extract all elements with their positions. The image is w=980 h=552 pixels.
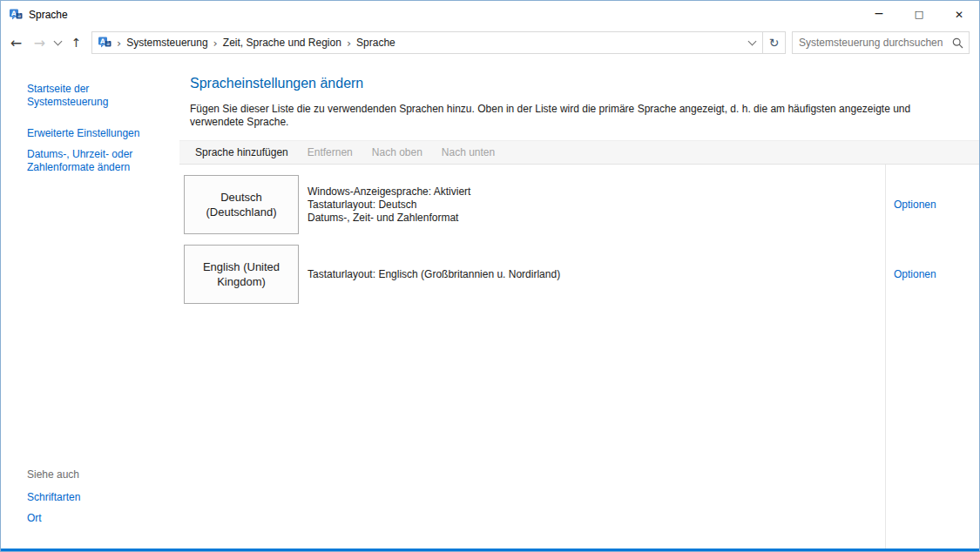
svg-text:A: A xyxy=(11,9,17,17)
language-details-english: Tastaturlayout: Englisch (Großbritannien… xyxy=(308,245,886,304)
options-column-divider xyxy=(885,165,886,551)
chevron-right-icon: › xyxy=(208,37,223,50)
detail-line: Tastaturlayout: Englisch (Großbritannien… xyxy=(308,268,886,281)
svg-text:A: A xyxy=(100,37,105,45)
sidebar: Startseite der Systemsteuerung Erweitert… xyxy=(1,60,179,551)
language-row-english: English (United Kingdom) Tastaturlayout:… xyxy=(184,245,979,304)
sidebar-link-change-formats[interactable]: Datums-, Uhrzeit- oder Zahlenformate änd… xyxy=(27,148,168,174)
chevron-down-icon xyxy=(747,37,756,45)
language-toolbar: Sprache hinzufügen Entfernen Nach oben N… xyxy=(179,140,979,165)
see-also-section: Siehe auch Schriftarten Ort xyxy=(27,468,172,533)
close-button[interactable]: ✕ xyxy=(939,1,979,28)
minimize-button[interactable]: − xyxy=(859,1,899,28)
refresh-icon: ↻ xyxy=(769,36,780,50)
title-bar[interactable]: A ä Sprache − □ ✕ xyxy=(1,1,979,28)
up-icon: ↑ xyxy=(71,36,82,50)
svg-text:ä: ä xyxy=(106,40,110,46)
language-list: Deutsch (Deutschland) Windows-Anzeigespr… xyxy=(179,165,979,551)
options-cell: Optionen xyxy=(886,175,979,234)
detail-line: Datums-, Zeit- und Zahlenformat xyxy=(308,212,886,225)
breadcrumb-item-zeit-sprache-region[interactable]: Zeit, Sprache und Region xyxy=(223,37,341,49)
sidebar-link-control-panel-home[interactable]: Startseite der Systemsteuerung xyxy=(27,83,168,109)
recent-locations-button[interactable] xyxy=(51,31,64,54)
language-details-deutsch: Windows-Anzeigesprache: Aktiviert Tastat… xyxy=(308,175,886,234)
sidebar-link-fonts[interactable]: Schriftarten xyxy=(27,491,168,504)
window-accent-border xyxy=(1,549,979,551)
language-tile-english[interactable]: English (United Kingdom) xyxy=(184,245,299,304)
language-tile-deutsch[interactable]: Deutsch (Deutschland) xyxy=(184,175,299,234)
svg-text:ä: ä xyxy=(17,12,21,18)
main-panel: Spracheinstellungen ändern Fügen Sie die… xyxy=(179,60,979,551)
options-cell: Optionen xyxy=(886,245,979,304)
back-icon: ← xyxy=(10,35,22,51)
add-language-button[interactable]: Sprache hinzufügen xyxy=(186,146,298,158)
sidebar-link-advanced-settings[interactable]: Erweiterte Einstellungen xyxy=(27,127,168,140)
breadcrumb[interactable]: A ä › Systemsteuerung › Zeit, Sprache un… xyxy=(91,31,763,54)
content-area: Startseite der Systemsteuerung Erweitert… xyxy=(1,60,979,551)
search-icon[interactable] xyxy=(946,32,969,53)
refresh-button[interactable]: ↻ xyxy=(763,31,786,54)
window-title: Sprache xyxy=(29,9,68,21)
language-row-deutsch: Deutsch (Deutschland) Windows-Anzeigespr… xyxy=(184,175,979,234)
main-header: Spracheinstellungen ändern Fügen Sie die… xyxy=(179,60,979,140)
language-app-icon: A ä xyxy=(9,8,23,22)
control-panel-window: A ä Sprache − □ ✕ ← → ↑ A ä › Systemsteu… xyxy=(0,0,980,552)
page-title: Spracheinstellungen ändern xyxy=(190,76,966,91)
chevron-right-icon: › xyxy=(112,37,126,50)
chevron-right-icon: › xyxy=(341,37,356,50)
minimize-icon: − xyxy=(874,6,884,20)
forward-icon: → xyxy=(34,35,45,51)
detail-line: Windows-Anzeigesprache: Aktiviert xyxy=(308,185,886,199)
see-also-header: Siehe auch xyxy=(27,468,172,481)
detail-line: Tastaturlayout: Deutsch xyxy=(308,199,886,212)
maximize-icon: □ xyxy=(915,9,923,20)
chevron-down-icon xyxy=(54,37,63,45)
breadcrumb-item-systemsteuerung[interactable]: Systemsteuerung xyxy=(126,37,207,49)
close-icon: ✕ xyxy=(955,9,963,21)
window-controls: − □ ✕ xyxy=(859,1,979,28)
maximize-button[interactable]: □ xyxy=(899,1,939,28)
move-up-button[interactable]: Nach oben xyxy=(362,146,432,158)
move-down-button[interactable]: Nach unten xyxy=(432,146,504,158)
up-button[interactable]: ↑ xyxy=(64,31,88,54)
options-link-english[interactable]: Optionen xyxy=(894,268,936,280)
remove-button[interactable]: Entfernen xyxy=(298,146,362,158)
control-panel-icon: A ä xyxy=(98,36,112,50)
back-button[interactable]: ← xyxy=(4,31,28,54)
breadcrumb-item-sprache[interactable]: Sprache xyxy=(356,37,395,49)
search-box xyxy=(792,31,970,54)
navigation-bar: ← → ↑ A ä › Systemsteuerung › Zeit, Spra… xyxy=(1,28,979,60)
sidebar-link-location[interactable]: Ort xyxy=(27,512,168,525)
page-description: Fügen Sie dieser Liste die zu verwendend… xyxy=(190,103,966,129)
address-dropdown-button[interactable] xyxy=(741,32,762,53)
search-input[interactable] xyxy=(793,37,946,49)
forward-button[interactable]: → xyxy=(28,31,51,54)
options-link-deutsch[interactable]: Optionen xyxy=(894,199,936,211)
